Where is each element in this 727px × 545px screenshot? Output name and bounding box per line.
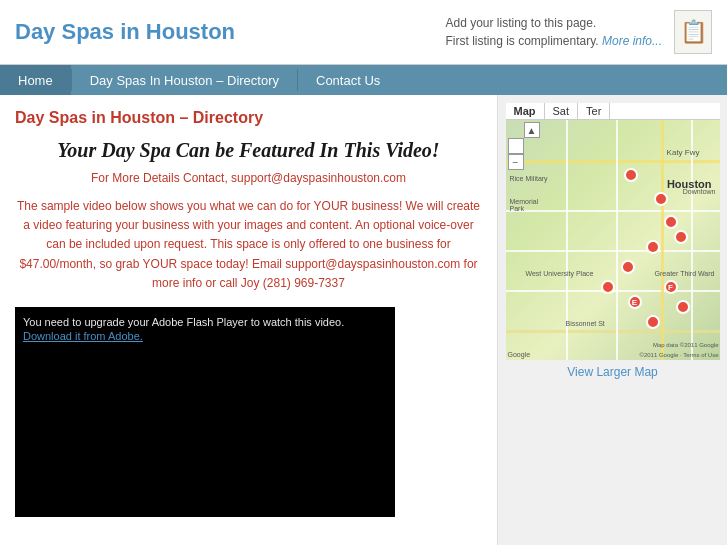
map-marker-f: F [664,280,678,294]
map-tab-map[interactable]: Map [506,103,545,119]
promo-text: The sample video below shows you what we… [15,197,482,293]
map-label-downtown: Downtown [683,188,716,195]
header-right: Add your listing to this page. First lis… [445,10,712,54]
road-288 [661,120,664,360]
more-info-link[interactable]: More info... [602,34,662,48]
map-label-greater: Greater Third Ward [655,270,715,277]
map-data-copy: Map data ©2011 Google [653,342,718,348]
site-title: Day Spas in Houston [15,19,235,45]
map-tab-sat[interactable]: Sat [545,103,579,119]
map-marker-4 [646,240,660,254]
contact-line: For More Details Contact, support@dayspa… [15,171,482,185]
map-marker-3 [664,215,678,229]
map-container: Map Sat Ter Houston Katy Fwy [506,103,720,360]
map-marker-8 [646,315,660,329]
road-v2 [616,120,618,360]
tagline-line2: First listing is complimentary. [445,34,598,48]
tagline-line1: Add your listing to this page. [445,16,596,30]
map-pan-left-button[interactable] [508,138,524,154]
nav-bar: Home Day Spas In Houston – Directory Con… [0,65,727,95]
road-katy-fwy [506,160,720,163]
map-marker-7 [601,280,615,294]
road-bissonnet [506,330,720,333]
map-marker-e: E [628,295,642,309]
nav-item-contact[interactable]: Contact Us [298,65,398,95]
header-tagline: Add your listing to this page. First lis… [445,14,662,50]
nav-item-directory[interactable]: Day Spas In Houston – Directory [72,65,297,95]
nav-item-home[interactable]: Home [0,65,71,95]
google-logo: Google [508,351,531,358]
sidebar-map: Map Sat Ter Houston Katy Fwy [497,95,727,545]
map-tabs: Map Sat Ter [506,103,720,120]
road-h2 [506,250,720,252]
notepad-icon: 📋 [680,19,707,45]
map-label-rice: Rice Military [510,175,548,182]
flash-notice: You need to upgrade your Adobe Flash Pla… [23,315,387,330]
promo-email-link[interactable]: support@dayspasinhouston.com [285,257,460,271]
map-marker-6 [621,260,635,274]
map-marker-1 [624,168,638,182]
map-label-univ: West University Place [526,270,594,277]
page-heading: Day Spas in Houston – Directory [15,109,482,127]
view-larger-map-link[interactable]: View Larger Map [567,365,658,379]
map-terms: ©2011 Google · Terms of Use [639,352,718,358]
map-tab-ter[interactable]: Ter [578,103,610,119]
header-icon: 📋 [674,10,712,54]
map-marker-2 [654,192,668,206]
contact-label: For More Details Contact, [91,171,231,185]
map-pan-up-button[interactable]: ▲ [524,122,540,138]
map-marker-5 [674,230,688,244]
header: Day Spas in Houston Add your listing to … [0,0,727,65]
video-player: You need to upgrade your Adobe Flash Pla… [15,307,395,517]
map-label-memorial: MemorialPark [510,198,539,212]
main-content: Day Spas in Houston – Directory Your Day… [0,95,727,545]
contact-email[interactable]: support@dayspasinhouston.com [231,171,406,185]
content-area: Day Spas in Houston – Directory Your Day… [0,95,497,545]
map-label-katy: Katy Fwy [667,148,700,157]
map-marker-9 [676,300,690,314]
featured-video-title: Your Day Spa Can be Featured In This Vid… [15,137,482,163]
map-label-bissonnet: Bissonnet St [566,320,605,327]
map-zoom-out-button[interactable]: − [508,154,524,170]
flash-download-link[interactable]: Download it from Adobe. [23,330,387,342]
map-visual[interactable]: Houston Katy Fwy MemorialPark Downtown R… [506,120,720,360]
